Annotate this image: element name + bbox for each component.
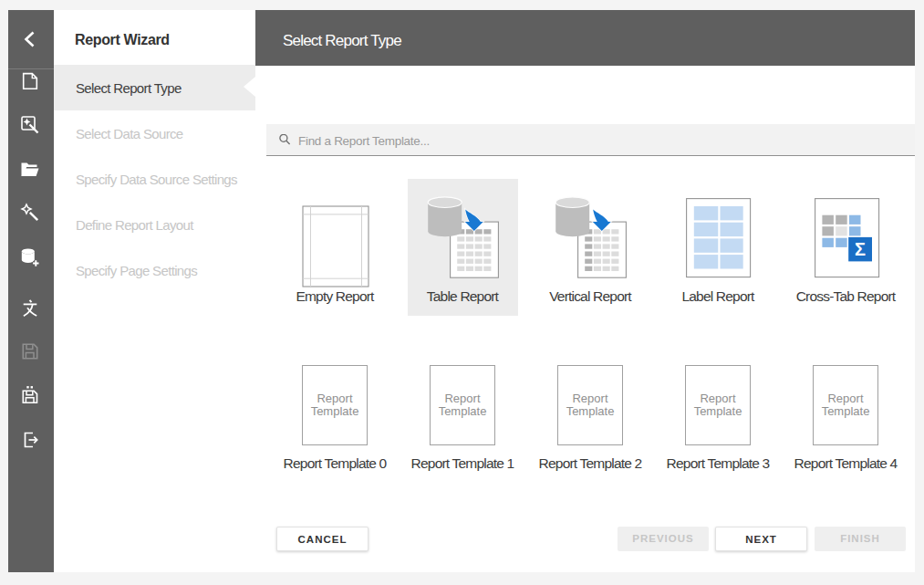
- svg-text:Σ: Σ: [855, 239, 866, 259]
